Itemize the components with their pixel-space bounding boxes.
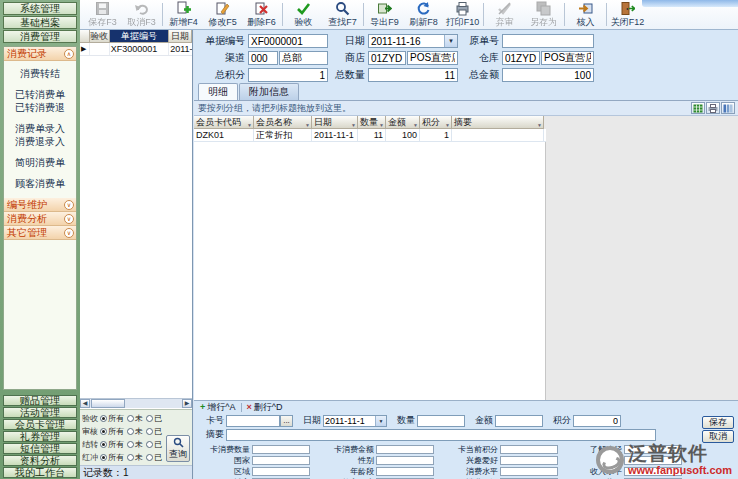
nav-item[interactable]: 已转消费退 — [4, 101, 76, 114]
grid-settings-button[interactable] — [721, 102, 735, 114]
print-button[interactable]: 打印F10 — [443, 1, 482, 29]
edit-button[interactable]: 修改F5 — [203, 1, 242, 29]
member-field-input[interactable] — [252, 467, 310, 476]
check-in-button[interactable]: 核入 — [566, 1, 605, 29]
tab-detail[interactable]: 明细 — [198, 83, 238, 100]
sidebar-item-sms[interactable]: 短信管理 — [3, 443, 77, 454]
radio-all[interactable]: 所有 — [100, 452, 125, 463]
scrollbar-thumb[interactable] — [91, 399, 125, 408]
filter-arrow-icon[interactable]: ▼ — [379, 119, 384, 129]
nav-section-number-maintain[interactable]: 编号维护 ∨ — [4, 198, 76, 212]
table-row[interactable]: DZK01 正常折扣 2011-11-1 11 100 1 — [194, 129, 546, 142]
nav-item[interactable]: 消费单录入 — [4, 122, 76, 135]
member-field-input[interactable] — [376, 445, 434, 454]
cancel-button[interactable]: 取消F3 — [122, 1, 161, 29]
scroll-left-icon[interactable]: ◀ — [80, 399, 90, 408]
collapse-icon[interactable]: ∧ — [64, 49, 74, 59]
nav-item[interactable]: 简明消费单 — [4, 156, 76, 169]
unapprove-button[interactable]: 弃审 — [485, 1, 524, 29]
column-header[interactable]: 会员名称▼ — [254, 116, 312, 129]
excel-export-button[interactable] — [691, 102, 705, 114]
column-header[interactable]: 会员卡代码▼ — [194, 116, 254, 129]
table-row[interactable]: ▶ XF3000001 2011-11 — [80, 43, 192, 56]
new-button[interactable]: 新增F4 — [164, 1, 203, 29]
date-input[interactable] — [369, 35, 444, 47]
member-field-input[interactable] — [252, 445, 310, 454]
sidebar-item-activity[interactable]: 活动管理 — [3, 407, 77, 418]
radio-all[interactable]: 所有 — [100, 426, 125, 437]
delete-button[interactable]: 删除F6 — [242, 1, 281, 29]
export-button[interactable]: 导出F9 — [365, 1, 404, 29]
channel-code-input[interactable] — [248, 51, 278, 65]
radio-not-yet[interactable]: 未 — [127, 452, 144, 463]
save-line-button[interactable]: 保存 — [702, 416, 734, 429]
sidebar-item-workbench[interactable]: 我的工作台 — [3, 467, 77, 478]
member-field-input[interactable] — [252, 456, 310, 465]
nav-item[interactable]: 消费退录入 — [4, 135, 76, 148]
sidebar-item-data-analysis[interactable]: 资料分析 — [3, 455, 77, 466]
filter-arrow-icon[interactable]: ▼ — [413, 119, 418, 129]
radio-done[interactable]: 已 — [146, 426, 163, 437]
sidebar-item-gift[interactable]: 赠品管理 — [3, 395, 77, 406]
query-button[interactable]: 查询 — [166, 435, 190, 462]
line-qty-input[interactable] — [417, 415, 465, 427]
chevron-down-icon[interactable]: ▼ — [375, 416, 386, 426]
column-header-accept[interactable]: 验收 — [90, 30, 110, 43]
line-points-input[interactable] — [573, 415, 621, 427]
cancel-line-button[interactable]: 取消 — [702, 430, 734, 443]
scroll-right-icon[interactable]: ▶ — [182, 399, 192, 408]
filter-arrow-icon[interactable]: ▼ — [305, 119, 310, 129]
radio-done[interactable]: 已 — [146, 452, 163, 463]
find-button[interactable]: 查找F7 — [323, 1, 362, 29]
filter-arrow-icon[interactable]: ▼ — [351, 119, 356, 129]
channel-name-input[interactable] — [279, 51, 328, 65]
nav-item[interactable]: 顾客消费单 — [4, 177, 76, 190]
group-by-bar[interactable]: 要按列分组，请把列标题拖放到这里。 — [194, 101, 738, 116]
column-header[interactable]: 金额▼ — [386, 116, 420, 129]
accept-button[interactable]: 验收 — [284, 1, 323, 29]
radio-not-yet[interactable]: 未 — [127, 439, 144, 450]
member-field-input[interactable] — [500, 467, 558, 476]
memo-input[interactable] — [226, 429, 656, 441]
radio-done[interactable]: 已 — [146, 413, 163, 424]
total-amount-input[interactable] — [502, 68, 594, 82]
browse-button[interactable]: ... — [280, 415, 293, 427]
line-date-input[interactable] — [324, 416, 375, 426]
column-header[interactable]: 数量▼ — [358, 116, 386, 129]
total-points-input[interactable] — [248, 68, 328, 82]
nav-section-consume-analysis[interactable]: 消费分析 ∨ — [4, 212, 76, 226]
print-grid-button[interactable] — [706, 102, 720, 114]
warehouse-code-input[interactable] — [502, 51, 540, 65]
date-combo[interactable]: ▼ — [368, 34, 458, 48]
delete-row-button[interactable]: × 删行^D — [245, 401, 285, 414]
warehouse-name-input[interactable] — [541, 51, 594, 65]
sidebar-group-consume[interactable]: 消费管理 — [3, 30, 77, 43]
chevron-down-icon[interactable]: ▼ — [444, 35, 457, 47]
sidebar-item-member-card[interactable]: 会员卡管理 — [3, 419, 77, 430]
save-as-button[interactable]: 另存为 — [524, 1, 563, 29]
member-field-input[interactable] — [500, 456, 558, 465]
sidebar-group-system[interactable]: 系统管理 — [3, 2, 77, 15]
radio-not-yet[interactable]: 未 — [127, 426, 144, 437]
orig-no-input[interactable] — [502, 34, 594, 48]
total-qty-input[interactable] — [368, 68, 458, 82]
member-field-input[interactable] — [376, 467, 434, 476]
column-header-doc-no[interactable]: 单据编号 — [110, 30, 169, 43]
refresh-button[interactable]: 刷新F8 — [404, 1, 443, 29]
column-header-date[interactable]: 日期 — [169, 30, 192, 43]
nav-section-consume-records[interactable]: 消费记录 ∧ — [4, 47, 76, 61]
column-header[interactable]: 积分▼ — [420, 116, 452, 129]
member-field-input[interactable] — [376, 456, 434, 465]
save-button[interactable]: 保存F3 — [83, 1, 122, 29]
horizontal-scrollbar[interactable]: ◀ ▶ — [80, 398, 192, 408]
filter-arrow-icon[interactable]: ▼ — [247, 119, 252, 129]
store-name-input[interactable] — [407, 51, 458, 65]
card-no-input[interactable] — [226, 415, 280, 427]
radio-all[interactable]: 所有 — [100, 439, 125, 450]
nav-item[interactable]: 消费转结 — [4, 67, 76, 80]
sidebar-item-voucher[interactable]: 礼券管理 — [3, 431, 77, 442]
nav-item[interactable]: 已转消费单 — [4, 88, 76, 101]
column-header[interactable]: 日期▼ — [312, 116, 358, 129]
tab-extra-info[interactable]: 附加信息 — [239, 83, 299, 100]
expand-icon[interactable]: ∨ — [64, 200, 74, 210]
